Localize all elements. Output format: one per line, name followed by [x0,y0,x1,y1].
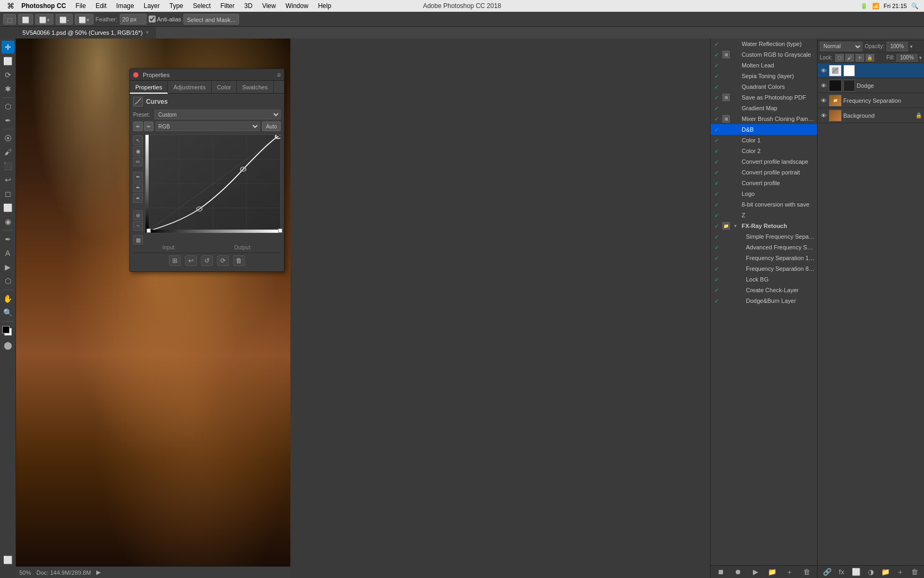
link-layers-btn[interactable]: 🔗 [822,567,832,577]
props-reset-btn[interactable]: ↩ [185,255,197,266]
lock-position-btn[interactable]: ✛ [856,54,864,62]
path-tool[interactable]: ▶ [2,261,14,273]
props-tab-swatches[interactable]: Swatches [237,81,274,94]
action-item[interactable]: ✓ 8-bit conversion with save [711,199,817,210]
curves-eyedropper-white[interactable]: ✒ [133,193,143,203]
add-mask-btn[interactable]: ⬜ [851,567,861,577]
menu-edit[interactable]: Edit [91,0,111,12]
select-and-mask-btn[interactable]: Select and Mask... [183,14,240,25]
menu-view[interactable]: View [258,0,280,12]
actions-play-btn[interactable]: ▶ [751,567,760,577]
props-auto-btn[interactable]: ⊞ [169,255,181,266]
history-brush-tool[interactable]: ↩ [2,173,14,186]
props-visibility-btn[interactable]: ⟳ [217,255,229,266]
menu-window[interactable]: Window [281,0,313,12]
gradient-tool[interactable]: ⬜ [2,201,14,214]
feather-input[interactable] [120,14,147,25]
brush-tool[interactable]: 🖌 [2,146,14,158]
action-item[interactable]: ✓ Molten Lead [711,60,817,71]
curves-point-tool[interactable]: ◉ [133,146,143,156]
move-tool[interactable]: ✛ [2,41,14,54]
new-group-btn[interactable]: 📁 [881,567,890,577]
shape-tool[interactable]: ⬡ [2,275,14,287]
auto-button[interactable]: Auto [262,121,281,131]
channel-eyedropper-shadow[interactable]: ✒ [133,121,143,131]
action-item[interactable]: ✓ Advanced Frequency Separation [711,242,817,253]
action-item[interactable]: ✓ Create Check-Layer [711,285,817,295]
action-item[interactable]: ✓ Quadrant Colors [711,81,817,92]
opacity-input[interactable] [887,42,908,51]
curves-target-tool[interactable]: ⊕ [133,210,143,220]
quick-mask-btn[interactable]: ⬤ [2,339,14,352]
actions-folder-btn[interactable]: 📁 [767,567,777,577]
layer-row[interactable]: 👁 📁 Frequency Separation [818,93,924,108]
action-item[interactable]: ✓ 📁 ▾ FX-Ray Retouch [711,220,817,231]
curves-shadow-slider[interactable] [147,229,151,233]
search-icon[interactable]: 🔍 [911,3,919,10]
dodge-tool[interactable]: ◉ [2,215,14,228]
action-item[interactable]: ✓ Dodge&Burn Layer [711,295,817,306]
fg-color-swatch[interactable] [2,326,14,338]
action-item[interactable]: ✓ Frequency Separation 8Bit [711,263,817,274]
blend-mode-select[interactable]: Normal [820,42,863,51]
curves-select-tool[interactable]: ↖ [133,135,143,145]
screen-mode-btn[interactable]: ⬜ [2,553,14,566]
menu-type[interactable]: Type [165,0,188,12]
action-item[interactable]: ✓ Convert profile portrait [711,167,817,178]
zoom-tool[interactable]: 🔍 [2,306,14,319]
action-item[interactable]: ✓ Logo [711,188,817,199]
action-item[interactable]: ✓ Color 2 [711,146,817,156]
actions-record-btn[interactable]: ⏺ [734,567,743,577]
actions-stop-btn[interactable]: ⏹ [717,567,726,577]
menu-select[interactable]: Select [189,0,215,12]
channel-eyedropper-midtone[interactable]: ✒ [144,121,153,131]
action-item[interactable]: ✓ Z [711,210,817,220]
fill-input[interactable] [896,54,918,62]
layer-row[interactable]: 👁 [818,63,924,78]
healing-brush-tool[interactable]: ⦿ [2,132,14,144]
eraser-tool[interactable]: ◻ [2,187,14,200]
props-tab-properties[interactable]: Properties [130,81,168,94]
action-item[interactable]: ✓ Simple Frequency Separation [711,231,817,242]
action-item[interactable]: ✓ Color 1 [711,135,817,146]
action-item[interactable]: ✓ Frequency Separation 16bit [711,253,817,263]
action-item[interactable]: ✓ ⊞ Save as Photoshop PDF [711,92,817,103]
new-fill-btn[interactable]: ◑ [866,567,875,577]
menu-layer[interactable]: Layer [140,0,164,12]
doc-tab-close[interactable]: × [146,27,149,39]
action-item[interactable]: ✓ Gradient Map [711,103,817,113]
properties-menu-btn[interactable]: ≡ [277,71,281,79]
layer-row[interactable]: 👁 Dodge [818,78,924,93]
fill-arrow[interactable]: ▾ [919,55,922,60]
action-item[interactable]: ✓ ⊞ Mixer Brush Cloning Paint Setup [711,113,817,124]
action-item[interactable]: ✓ Convert profile [711,178,817,188]
action-item[interactable]: ✓ ⊞ Custom RGB to Grayscale [711,49,817,60]
subtract-selection-btn[interactable]: ⬜- [56,14,73,25]
curves-histogram-btn[interactable]: ▦ [133,235,143,245]
intersect-selection-btn[interactable]: ⬜× [75,14,93,25]
eyedropper-tool[interactable]: ✒ [2,114,14,127]
clone-tool[interactable]: ⬛ [2,159,14,172]
hand-tool[interactable]: ✋ [2,292,14,305]
layer-visibility-icon[interactable]: 👁 [820,112,827,119]
action-item[interactable]: ✓ Lock BG [711,274,817,285]
menu-3d[interactable]: 3D [240,0,257,12]
actions-delete-btn[interactable]: 🗑 [802,567,811,577]
add-style-btn[interactable]: fx [837,567,846,577]
opacity-arrow[interactable]: ▾ [910,44,913,49]
channel-select[interactable]: RGB Red Green Blue [156,121,260,131]
layer-visibility-icon[interactable]: 👁 [820,97,827,104]
new-layer-btn[interactable]: ＋ [895,567,905,577]
curves-graph[interactable] [145,134,281,233]
menu-help[interactable]: Help [314,0,336,12]
tool-options-icon[interactable]: ⬚ [3,14,16,25]
lock-all-btn[interactable]: 🔒 [866,54,874,62]
menu-file[interactable]: File [71,0,90,12]
curves-pencil-tool[interactable]: ✏ [133,157,143,166]
curves-highlight-slider[interactable] [278,229,282,233]
crop-tool[interactable]: ⬡ [2,100,14,113]
layer-visibility-icon[interactable]: 👁 [820,82,827,89]
props-undo-btn[interactable]: ↺ [201,255,213,266]
action-item[interactable]: ✓ Sepia Toning (layer) [711,71,817,81]
action-item[interactable]: ✓ Water Reflection (type) [711,39,817,49]
